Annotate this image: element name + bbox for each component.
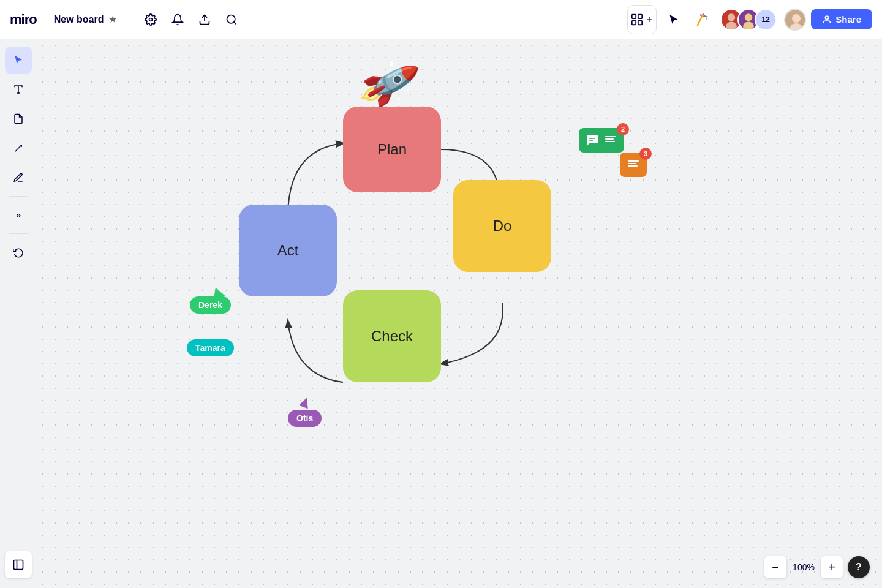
svg-point-15 bbox=[726, 21, 737, 30]
node-do[interactable]: Do bbox=[453, 180, 551, 272]
panel-toggle-button[interactable] bbox=[5, 551, 32, 578]
board-title: New board bbox=[54, 14, 104, 25]
topbar-right: 12 Share bbox=[627, 5, 872, 34]
star-icon: ★ bbox=[108, 13, 117, 25]
derek-label: Derek bbox=[190, 296, 231, 314]
sticky-tool-button[interactable] bbox=[5, 105, 32, 132]
comment-bubble-1[interactable]: 2 bbox=[579, 128, 624, 153]
share-label: Share bbox=[835, 14, 861, 24]
otis-label: Otis bbox=[288, 410, 322, 427]
svg-rect-4 bbox=[632, 14, 636, 18]
select-tool-button[interactable] bbox=[5, 47, 32, 74]
svg-rect-5 bbox=[638, 14, 642, 18]
text-tool-button[interactable] bbox=[5, 76, 32, 103]
svg-point-2 bbox=[227, 15, 235, 23]
avatar-count[interactable]: 12 bbox=[755, 9, 777, 31]
more-icon: » bbox=[17, 210, 21, 220]
search-button[interactable] bbox=[221, 9, 243, 31]
undo-button[interactable] bbox=[5, 239, 32, 266]
bottom-left bbox=[5, 551, 32, 578]
canvas[interactable]: 🚀 Plan Do Check Act bbox=[37, 39, 882, 588]
svg-rect-31 bbox=[628, 160, 639, 162]
svg-point-11 bbox=[706, 17, 707, 19]
notification-button[interactable] bbox=[167, 9, 189, 31]
grid-apps-button[interactable] bbox=[627, 5, 657, 34]
tool-divider bbox=[9, 196, 28, 197]
svg-point-22 bbox=[826, 16, 829, 19]
svg-rect-32 bbox=[628, 163, 636, 164]
pen-tool-button[interactable] bbox=[5, 164, 32, 191]
svg-point-20 bbox=[792, 14, 801, 23]
svg-point-0 bbox=[149, 18, 153, 21]
top-bar: miro New board ★ bbox=[0, 0, 882, 39]
miro-logo[interactable]: miro bbox=[10, 12, 37, 28]
comment-bubble-2[interactable]: 3 bbox=[620, 153, 647, 177]
avatar-solo bbox=[784, 9, 806, 31]
celebrate-button[interactable] bbox=[691, 7, 715, 32]
svg-point-14 bbox=[728, 13, 735, 21]
topbar-divider bbox=[132, 11, 132, 28]
node-check[interactable]: Check bbox=[343, 290, 441, 382]
left-toolbar: » bbox=[0, 39, 37, 588]
line-tool-button[interactable] bbox=[5, 135, 32, 162]
otis-cursor bbox=[299, 396, 312, 409]
svg-point-12 bbox=[700, 14, 702, 16]
zoom-level: 100% bbox=[791, 562, 816, 572]
cursor-mode-button[interactable] bbox=[662, 7, 686, 32]
comment-count-1: 2 bbox=[617, 123, 629, 135]
node-act[interactable]: Act bbox=[239, 205, 337, 296]
svg-rect-30 bbox=[605, 141, 615, 142]
svg-rect-6 bbox=[632, 20, 636, 24]
share-button[interactable]: Share bbox=[811, 9, 872, 29]
upload-button[interactable] bbox=[194, 9, 216, 31]
avatars-group[interactable]: 12 bbox=[720, 9, 777, 31]
svg-rect-28 bbox=[605, 136, 616, 137]
svg-line-25 bbox=[15, 145, 22, 152]
tool-divider-2 bbox=[9, 233, 28, 234]
comment-count-2: 3 bbox=[639, 148, 652, 160]
settings-button[interactable] bbox=[140, 9, 162, 31]
svg-rect-33 bbox=[628, 165, 638, 167]
tamara-label: Tamara bbox=[187, 339, 234, 356]
svg-point-18 bbox=[743, 21, 754, 30]
zoom-out-button[interactable]: − bbox=[764, 556, 786, 578]
svg-rect-34 bbox=[14, 560, 23, 570]
zoom-in-button[interactable]: + bbox=[821, 556, 843, 578]
svg-rect-29 bbox=[605, 138, 614, 140]
more-tools-button[interactable]: » bbox=[5, 202, 32, 228]
board-title-area[interactable]: New board ★ bbox=[47, 10, 125, 29]
node-plan[interactable]: Plan bbox=[343, 107, 441, 192]
svg-rect-7 bbox=[638, 20, 642, 24]
svg-line-3 bbox=[234, 21, 236, 24]
svg-point-17 bbox=[745, 13, 752, 21]
help-button[interactable]: ? bbox=[848, 556, 870, 578]
bottom-bar: − 100% + ? bbox=[764, 556, 870, 578]
